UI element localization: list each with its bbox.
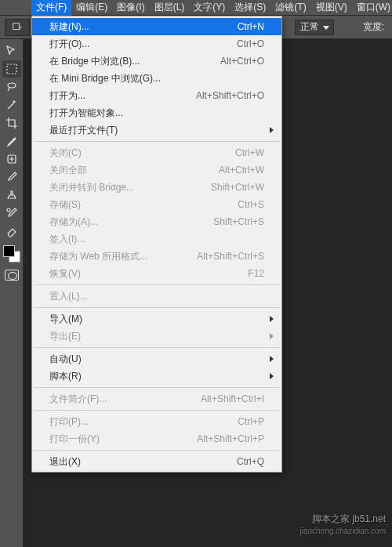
menu-item-shortcut: Ctrl+S xyxy=(238,199,264,210)
menu-item-28: 打印一份(Y)Alt+Shift+Ctrl+P xyxy=(32,430,281,447)
menu-item-2[interactable]: 在 Bridge 中浏览(B)...Alt+Ctrl+O xyxy=(32,53,281,70)
width-label: 宽度: xyxy=(363,20,384,34)
menu-item-label: 新建(N)... xyxy=(49,20,89,34)
menu-item-label: 关闭并转到 Bridge... xyxy=(49,181,134,194)
menu-item-shortcut: Alt+Shift+Ctrl+O xyxy=(196,90,264,101)
menu-item-10: 关闭并转到 Bridge...Shift+Ctrl+W xyxy=(32,179,281,196)
menu-item-shortcut: Alt+Shift+Ctrl+I xyxy=(201,393,264,404)
menu-separator xyxy=(34,387,280,388)
menu-item-shortcut: Ctrl+W xyxy=(235,147,264,158)
menu-item-30[interactable]: 退出(X)Ctrl+Q xyxy=(32,453,281,470)
menu-item-12: 存储为(A)...Shift+Ctrl+S xyxy=(32,213,281,230)
blend-mode-select[interactable]: 正常 xyxy=(295,20,334,35)
menu-item-13: 签入(I)... xyxy=(32,230,281,248)
svg-point-2 xyxy=(8,83,16,88)
menubar-item-2[interactable]: 图像(I) xyxy=(112,0,149,16)
menu-item-5[interactable]: 打开为智能对象... xyxy=(32,104,281,121)
menu-item-label: 导出(E) xyxy=(49,330,81,343)
menu-item-label: 存储为 Web 所用格式... xyxy=(49,250,147,263)
menu-separator xyxy=(34,347,280,348)
menu-item-25: 文件简介(F)...Alt+Shift+Ctrl+I xyxy=(32,390,281,408)
healing-brush-tool[interactable] xyxy=(2,150,21,168)
lasso-tool[interactable] xyxy=(2,78,21,96)
menu-item-label: 存储为(A)... xyxy=(49,216,98,229)
menu-item-label: 在 Mini Bridge 中浏览(G)... xyxy=(49,72,161,85)
menu-item-shortcut: Alt+Ctrl+O xyxy=(220,56,264,67)
menu-item-label: 关闭全部 xyxy=(49,164,87,177)
file-menu-dropdown: 新建(N)...Ctrl+N打开(O)...Ctrl+O在 Bridge 中浏览… xyxy=(31,16,282,473)
menu-item-8: 关闭(C)Ctrl+W xyxy=(32,144,281,161)
menu-item-3[interactable]: 在 Mini Bridge 中浏览(G)... xyxy=(32,70,281,87)
menubar-item-5[interactable]: 选择(S) xyxy=(230,0,270,16)
tool-preset-picker[interactable] xyxy=(5,19,30,36)
menu-item-9: 关闭全部Alt+Ctrl+W xyxy=(32,161,281,179)
menu-item-shortcut: Ctrl+N xyxy=(238,21,264,32)
eraser-tool[interactable] xyxy=(2,223,21,240)
menubar-item-3[interactable]: 图层(L) xyxy=(150,0,190,16)
menu-item-11: 存储(S)Ctrl+S xyxy=(32,196,281,213)
menu-item-label: 打印(P)... xyxy=(49,415,89,429)
menu-item-label: 打开为... xyxy=(49,89,85,103)
menu-item-label: 文件简介(F)... xyxy=(49,393,107,406)
menu-item-label: 最近打开文件(T) xyxy=(49,124,118,137)
svg-rect-0 xyxy=(13,23,20,29)
brush-tool[interactable] xyxy=(2,168,21,186)
menubar-item-4[interactable]: 文字(Y) xyxy=(189,0,230,16)
foreground-color[interactable] xyxy=(3,245,15,257)
menu-separator xyxy=(34,410,280,411)
menu-separator xyxy=(34,450,280,451)
menu-item-label: 在 Bridge 中浏览(B)... xyxy=(49,55,140,68)
menubar-item-6[interactable]: 滤镜(T) xyxy=(270,0,310,16)
magic-wand-tool[interactable] xyxy=(2,96,21,114)
menu-item-label: 脚本(R) xyxy=(49,370,82,383)
quick-mask-toggle[interactable] xyxy=(5,270,19,281)
menu-item-label: 打开为智能对象... xyxy=(49,107,123,120)
menu-item-14: 存储为 Web 所用格式...Alt+Shift+Ctrl+S xyxy=(32,248,281,265)
menubar-item-1[interactable]: 编辑(E) xyxy=(71,0,112,16)
menubar-item-0[interactable]: 文件(F) xyxy=(31,0,71,16)
svg-rect-1 xyxy=(7,64,16,74)
history-brush-tool[interactable] xyxy=(2,205,21,222)
menu-item-label: 导入(M) xyxy=(49,313,82,326)
svg-point-4 xyxy=(7,208,10,212)
menu-item-shortcut: Alt+Ctrl+W xyxy=(219,165,264,176)
menu-item-17: 置入(L)... xyxy=(32,288,281,305)
menu-separator xyxy=(34,141,280,142)
menu-item-label: 打印一份(Y) xyxy=(49,433,100,446)
menu-item-label: 关闭(C) xyxy=(49,147,82,160)
menu-item-19[interactable]: 导入(M) xyxy=(32,310,281,328)
menu-item-label: 存储(S) xyxy=(49,198,81,212)
menu-item-shortcut: F12 xyxy=(248,268,264,279)
tools-panel xyxy=(0,39,24,547)
menu-item-4[interactable]: 打开为...Alt+Shift+Ctrl+O xyxy=(32,87,281,104)
menu-item-shortcut: Shift+Ctrl+W xyxy=(211,182,264,193)
color-swatches[interactable] xyxy=(3,245,20,263)
menubar-item-7[interactable]: 视图(V) xyxy=(311,0,352,16)
menubar-item-8[interactable]: 窗口(W) xyxy=(352,0,392,16)
menu-item-shortcut: Ctrl+O xyxy=(237,38,264,49)
menu-separator xyxy=(34,284,280,285)
menu-item-0[interactable]: 新建(N)...Ctrl+N xyxy=(32,18,281,35)
menu-item-6[interactable]: 最近打开文件(T) xyxy=(32,121,281,139)
menu-item-shortcut: Alt+Shift+Ctrl+S xyxy=(197,251,264,262)
eyedropper-tool[interactable] xyxy=(2,132,21,150)
crop-tool[interactable] xyxy=(2,114,21,132)
menu-item-1[interactable]: 打开(O)...Ctrl+O xyxy=(32,35,281,53)
watermark: 脚本之家 jb51.net jiaocheng.chazidian.com xyxy=(299,513,386,538)
menu-item-27: 打印(P)...Ctrl+P xyxy=(32,413,281,430)
menu-item-shortcut: Ctrl+P xyxy=(238,416,264,427)
menu-item-22[interactable]: 自动(U) xyxy=(32,350,281,368)
menu-item-label: 自动(U) xyxy=(49,353,82,366)
menubar: 文件(F)编辑(E)图像(I)图层(L)文字(Y)选择(S)滤镜(T)视图(V)… xyxy=(0,0,392,16)
menu-item-label: 打开(O)... xyxy=(49,38,89,51)
menu-item-23[interactable]: 脚本(R) xyxy=(32,368,281,385)
menu-item-label: 恢复(V) xyxy=(49,267,81,281)
menu-separator xyxy=(34,307,280,308)
menu-item-label: 签入(I)... xyxy=(49,233,85,246)
marquee-tool[interactable] xyxy=(2,60,21,78)
menu-item-label: 退出(X) xyxy=(49,455,81,469)
move-tool[interactable] xyxy=(2,42,21,60)
menu-item-label: 置入(L)... xyxy=(49,290,88,303)
clone-stamp-tool[interactable] xyxy=(2,187,21,204)
menu-item-shortcut: Shift+Ctrl+S xyxy=(213,216,264,227)
